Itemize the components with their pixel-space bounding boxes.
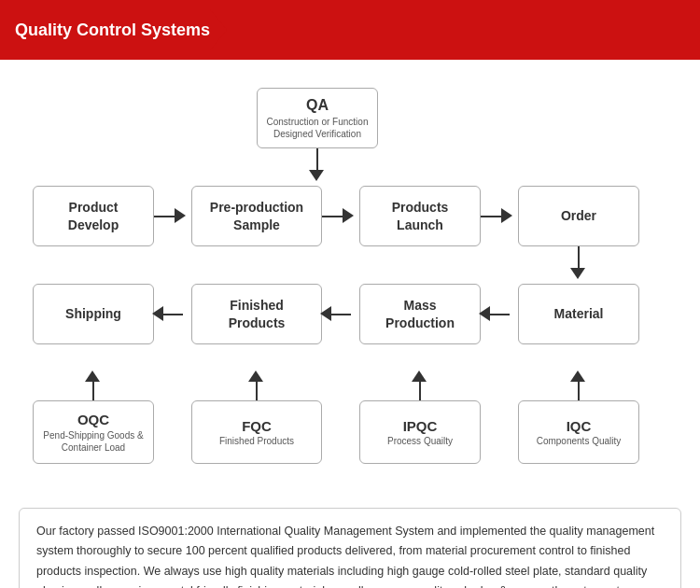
ipqc-sub: Process Quailty xyxy=(387,435,453,447)
fqc-sub: Finished Products xyxy=(219,435,294,447)
pre-production-box: Pre-production Sample xyxy=(191,186,322,246)
shipping-label: Shipping xyxy=(65,305,121,322)
finished-products-label: Finished Products xyxy=(229,297,286,330)
qa-label: QA xyxy=(306,96,329,116)
material-label: Material xyxy=(554,305,604,322)
iqc-label: IQC xyxy=(567,417,592,436)
product-develop-label: Product Develop xyxy=(68,199,119,232)
iqc-sub: Components Quality xyxy=(537,435,622,447)
arrow-fp-to-sh xyxy=(152,306,163,321)
arrow-fqc-up xyxy=(248,371,263,382)
iqc-box: IQC Components Quality xyxy=(518,400,639,464)
arrow-ipqc-up xyxy=(412,371,427,382)
header-triangle-decoration xyxy=(210,9,227,50)
mass-production-box: Mass Production xyxy=(359,284,481,344)
arrow-order-down xyxy=(570,268,585,279)
finished-products-box: Finished Products xyxy=(191,284,322,344)
ipqc-label: IPQC xyxy=(403,417,438,436)
arrow-pd-right xyxy=(175,208,186,223)
arrow-pl-right xyxy=(501,208,512,223)
arrow-qa-down xyxy=(309,170,324,181)
page-title: Quality Control Systems xyxy=(15,21,210,40)
mass-production-label: Mass Production xyxy=(385,297,455,330)
qa-sub: Construction or Function Designed Verifi… xyxy=(267,116,369,140)
products-launch-box: Products Launch xyxy=(359,186,481,246)
shipping-box: Shipping xyxy=(33,284,154,344)
footer-text: Our factory passed ISO9001:2000 Internat… xyxy=(36,525,654,588)
products-launch-label: Products Launch xyxy=(392,199,449,232)
arrow-pp-right xyxy=(343,208,354,223)
oqc-label: OQC xyxy=(77,411,109,429)
fqc-box: FQC Finished Products xyxy=(191,400,322,464)
main-content: QA Construction or Function Designed Ver… xyxy=(0,60,700,588)
order-box: Order xyxy=(518,186,639,246)
oqc-sub: Pend-Shipping Goods & Container Load xyxy=(43,429,143,454)
page-header: Quality Control Systems xyxy=(0,0,700,60)
qa-box: QA Construction or Function Designed Ver… xyxy=(257,88,378,148)
material-box: Material xyxy=(518,284,639,344)
footer-text-box: Our factory passed ISO9001:2000 Internat… xyxy=(19,508,681,588)
arrow-mat-to-mp xyxy=(479,306,490,321)
oqc-box: OQC Pend-Shipping Goods & Container Load xyxy=(33,400,154,464)
order-label: Order xyxy=(561,207,596,224)
pre-production-label: Pre-production Sample xyxy=(210,199,303,232)
fqc-label: FQC xyxy=(242,417,272,436)
arrow-oqc-up xyxy=(85,371,100,382)
product-develop-box: Product Develop xyxy=(33,186,154,246)
ipqc-box: IPQC Process Quailty xyxy=(359,400,481,464)
arrow-iqc-up xyxy=(570,371,585,382)
quality-control-diagram: QA Construction or Function Designed Ver… xyxy=(19,69,681,498)
arrow-mp-to-fp xyxy=(320,306,331,321)
